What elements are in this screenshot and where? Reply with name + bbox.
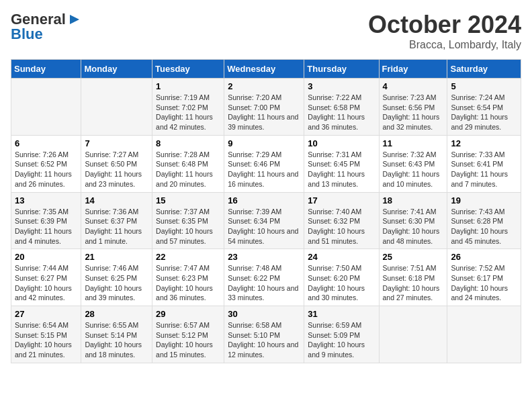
calendar-header-row: SundayMondayTuesdayWednesdayThursdayFrid… bbox=[11, 60, 521, 79]
calendar-cell: 25Sunrise: 7:51 AM Sunset: 6:18 PM Dayli… bbox=[379, 249, 447, 306]
calendar-cell: 30Sunrise: 6:58 AM Sunset: 5:10 PM Dayli… bbox=[224, 306, 304, 363]
cell-content: Sunrise: 6:58 AM Sunset: 5:10 PM Dayligh… bbox=[228, 320, 300, 360]
cell-content: Sunrise: 7:19 AM Sunset: 7:02 PM Dayligh… bbox=[156, 93, 220, 132]
day-number: 17 bbox=[308, 195, 375, 205]
logo-arrow-icon bbox=[67, 12, 82, 27]
cell-content: Sunrise: 7:24 AM Sunset: 6:54 PM Dayligh… bbox=[451, 93, 517, 132]
day-number: 29 bbox=[156, 309, 220, 319]
calendar-cell: 16Sunrise: 7:39 AM Sunset: 6:34 PM Dayli… bbox=[224, 192, 304, 249]
day-number: 25 bbox=[383, 252, 444, 262]
day-number: 21 bbox=[85, 252, 148, 262]
title-block: October 2024 Bracca, Lombardy, Italy bbox=[368, 11, 521, 51]
cell-content: Sunrise: 7:27 AM Sunset: 6:50 PM Dayligh… bbox=[85, 150, 148, 189]
calendar-cell: 6Sunrise: 7:26 AM Sunset: 6:52 PM Daylig… bbox=[11, 135, 81, 192]
day-number: 1 bbox=[156, 81, 220, 91]
day-header-tuesday: Tuesday bbox=[152, 60, 224, 79]
day-number: 31 bbox=[308, 309, 375, 319]
week-row-3: 13Sunrise: 7:35 AM Sunset: 6:39 PM Dayli… bbox=[11, 192, 521, 249]
cell-content: Sunrise: 7:47 AM Sunset: 6:23 PM Dayligh… bbox=[156, 263, 220, 303]
calendar-cell bbox=[447, 306, 521, 363]
cell-content: Sunrise: 7:46 AM Sunset: 6:25 PM Dayligh… bbox=[85, 263, 148, 303]
day-number: 24 bbox=[308, 252, 375, 262]
week-row-5: 27Sunrise: 6:54 AM Sunset: 5:15 PM Dayli… bbox=[11, 306, 521, 363]
cell-content: Sunrise: 7:52 AM Sunset: 6:17 PM Dayligh… bbox=[451, 263, 517, 303]
calendar-cell: 26Sunrise: 7:52 AM Sunset: 6:17 PM Dayli… bbox=[447, 249, 521, 306]
calendar-cell bbox=[379, 306, 447, 363]
calendar-cell: 21Sunrise: 7:46 AM Sunset: 6:25 PM Dayli… bbox=[81, 249, 152, 306]
cell-content: Sunrise: 7:32 AM Sunset: 6:43 PM Dayligh… bbox=[383, 150, 444, 189]
day-header-friday: Friday bbox=[379, 60, 447, 79]
day-header-sunday: Sunday bbox=[11, 60, 81, 79]
logo: General Blue bbox=[11, 11, 82, 43]
day-number: 9 bbox=[228, 138, 300, 148]
calendar-cell: 9Sunrise: 7:29 AM Sunset: 6:46 PM Daylig… bbox=[224, 135, 304, 192]
cell-content: Sunrise: 7:40 AM Sunset: 6:32 PM Dayligh… bbox=[308, 207, 375, 246]
calendar-cell: 29Sunrise: 6:57 AM Sunset: 5:12 PM Dayli… bbox=[152, 306, 224, 363]
day-number: 8 bbox=[156, 138, 220, 148]
calendar-table: SundayMondayTuesdayWednesdayThursdayFrid… bbox=[11, 59, 521, 363]
calendar-cell: 8Sunrise: 7:28 AM Sunset: 6:48 PM Daylig… bbox=[152, 135, 224, 192]
calendar-cell: 2Sunrise: 7:20 AM Sunset: 7:00 PM Daylig… bbox=[224, 79, 304, 136]
location-title: Bracca, Lombardy, Italy bbox=[368, 39, 521, 51]
calendar-cell: 4Sunrise: 7:23 AM Sunset: 6:56 PM Daylig… bbox=[379, 79, 447, 136]
day-number: 15 bbox=[156, 195, 220, 205]
cell-content: Sunrise: 7:20 AM Sunset: 7:00 PM Dayligh… bbox=[228, 93, 300, 132]
cell-content: Sunrise: 7:33 AM Sunset: 6:41 PM Dayligh… bbox=[451, 150, 517, 189]
svg-marker-0 bbox=[70, 15, 79, 24]
calendar-cell bbox=[81, 79, 152, 136]
cell-content: Sunrise: 6:59 AM Sunset: 5:09 PM Dayligh… bbox=[308, 320, 375, 360]
day-number: 13 bbox=[15, 195, 77, 205]
cell-content: Sunrise: 7:48 AM Sunset: 6:22 PM Dayligh… bbox=[228, 263, 300, 303]
day-number: 27 bbox=[15, 309, 77, 319]
cell-content: Sunrise: 7:50 AM Sunset: 6:20 PM Dayligh… bbox=[308, 263, 375, 303]
calendar-cell: 18Sunrise: 7:41 AM Sunset: 6:30 PM Dayli… bbox=[379, 192, 447, 249]
month-title: October 2024 bbox=[368, 11, 521, 39]
cell-content: Sunrise: 7:44 AM Sunset: 6:27 PM Dayligh… bbox=[15, 263, 77, 303]
cell-content: Sunrise: 6:57 AM Sunset: 5:12 PM Dayligh… bbox=[156, 320, 220, 360]
day-number: 23 bbox=[228, 252, 300, 262]
day-number: 28 bbox=[85, 309, 148, 319]
logo-blue-text: Blue bbox=[11, 26, 43, 43]
calendar-cell: 27Sunrise: 6:54 AM Sunset: 5:15 PM Dayli… bbox=[11, 306, 81, 363]
cell-content: Sunrise: 7:22 AM Sunset: 6:58 PM Dayligh… bbox=[308, 93, 375, 132]
calendar-cell: 19Sunrise: 7:43 AM Sunset: 6:28 PM Dayli… bbox=[447, 192, 521, 249]
cell-content: Sunrise: 7:26 AM Sunset: 6:52 PM Dayligh… bbox=[15, 150, 77, 189]
cell-content: Sunrise: 7:39 AM Sunset: 6:34 PM Dayligh… bbox=[228, 207, 300, 246]
day-header-thursday: Thursday bbox=[304, 60, 379, 79]
cell-content: Sunrise: 7:36 AM Sunset: 6:37 PM Dayligh… bbox=[85, 207, 148, 246]
day-number: 26 bbox=[451, 252, 517, 262]
day-number: 3 bbox=[308, 81, 375, 91]
day-number: 6 bbox=[15, 138, 77, 148]
calendar-cell bbox=[11, 79, 81, 136]
calendar-cell: 12Sunrise: 7:33 AM Sunset: 6:41 PM Dayli… bbox=[447, 135, 521, 192]
day-number: 20 bbox=[15, 252, 77, 262]
calendar-cell: 20Sunrise: 7:44 AM Sunset: 6:27 PM Dayli… bbox=[11, 249, 81, 306]
cell-content: Sunrise: 7:43 AM Sunset: 6:28 PM Dayligh… bbox=[451, 207, 517, 246]
calendar-cell: 22Sunrise: 7:47 AM Sunset: 6:23 PM Dayli… bbox=[152, 249, 224, 306]
week-row-2: 6Sunrise: 7:26 AM Sunset: 6:52 PM Daylig… bbox=[11, 135, 521, 192]
cell-content: Sunrise: 6:55 AM Sunset: 5:14 PM Dayligh… bbox=[85, 320, 148, 360]
calendar-cell: 7Sunrise: 7:27 AM Sunset: 6:50 PM Daylig… bbox=[81, 135, 152, 192]
cell-content: Sunrise: 6:54 AM Sunset: 5:15 PM Dayligh… bbox=[15, 320, 77, 360]
week-row-1: 1Sunrise: 7:19 AM Sunset: 7:02 PM Daylig… bbox=[11, 79, 521, 136]
day-number: 4 bbox=[383, 81, 444, 91]
cell-content: Sunrise: 7:37 AM Sunset: 6:35 PM Dayligh… bbox=[156, 207, 220, 246]
calendar-cell: 3Sunrise: 7:22 AM Sunset: 6:58 PM Daylig… bbox=[304, 79, 379, 136]
calendar-cell: 10Sunrise: 7:31 AM Sunset: 6:45 PM Dayli… bbox=[304, 135, 379, 192]
calendar-cell: 13Sunrise: 7:35 AM Sunset: 6:39 PM Dayli… bbox=[11, 192, 81, 249]
cell-content: Sunrise: 7:28 AM Sunset: 6:48 PM Dayligh… bbox=[156, 150, 220, 189]
day-number: 10 bbox=[308, 138, 375, 148]
day-header-monday: Monday bbox=[81, 60, 152, 79]
cell-content: Sunrise: 7:41 AM Sunset: 6:30 PM Dayligh… bbox=[383, 207, 444, 246]
page-header: General Blue October 2024 Bracca, Lombar… bbox=[11, 11, 521, 51]
day-number: 12 bbox=[451, 138, 517, 148]
calendar-cell: 24Sunrise: 7:50 AM Sunset: 6:20 PM Dayli… bbox=[304, 249, 379, 306]
calendar-cell: 15Sunrise: 7:37 AM Sunset: 6:35 PM Dayli… bbox=[152, 192, 224, 249]
cell-content: Sunrise: 7:31 AM Sunset: 6:45 PM Dayligh… bbox=[308, 150, 375, 189]
day-number: 16 bbox=[228, 195, 300, 205]
calendar-cell: 1Sunrise: 7:19 AM Sunset: 7:02 PM Daylig… bbox=[152, 79, 224, 136]
day-number: 11 bbox=[383, 138, 444, 148]
day-header-wednesday: Wednesday bbox=[224, 60, 304, 79]
day-number: 5 bbox=[451, 81, 517, 91]
cell-content: Sunrise: 7:29 AM Sunset: 6:46 PM Dayligh… bbox=[228, 150, 300, 189]
